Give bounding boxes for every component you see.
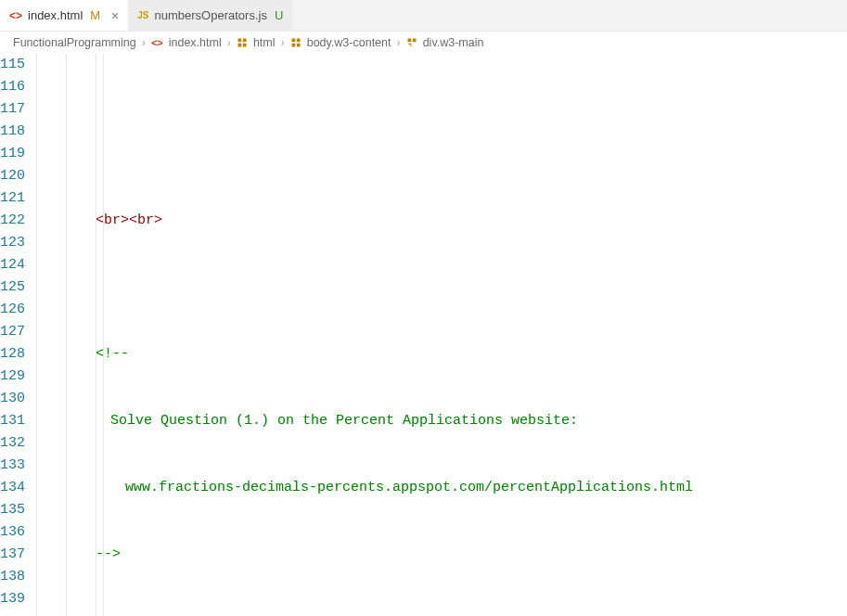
breadcrumb-node[interactable]: div.w3-main: [423, 36, 484, 49]
line-number: 133: [0, 455, 36, 477]
code-line: [36, 276, 847, 299]
line-number: 137: [0, 544, 36, 566]
tab-label: index.html: [28, 8, 83, 22]
git-status-u: U: [275, 8, 283, 22]
line-number: 124: [0, 254, 36, 276]
line-number: 116: [0, 76, 36, 98]
symbol-struct-icon: [237, 37, 248, 48]
line-number: 127: [0, 321, 36, 343]
line-number: 136: [0, 521, 36, 544]
tab-bar: <> index.html M × JS numbersOperators.js…: [0, 0, 847, 32]
html-file-icon: <>: [151, 37, 163, 48]
breadcrumb-node[interactable]: body.w3-content: [307, 36, 391, 49]
line-number: 129: [0, 366, 36, 388]
symbol-struct-icon: [290, 37, 302, 48]
line-number: 123: [0, 232, 36, 254]
line-number: 128: [0, 343, 36, 366]
line-number: 117: [0, 98, 36, 121]
line-number: 121: [0, 187, 36, 210]
tab-index-html[interactable]: <> index.html M ×: [0, 0, 128, 31]
breadcrumb-node[interactable]: html: [253, 36, 276, 49]
chevron-right-icon: ›: [396, 36, 400, 49]
line-number: 119: [0, 143, 36, 165]
line-number: 134: [0, 477, 36, 499]
line-number: 115: [0, 54, 36, 76]
line-number: 122: [0, 210, 36, 232]
close-icon[interactable]: ×: [111, 8, 119, 23]
chevron-right-icon: ›: [142, 36, 146, 49]
line-number-gutter: 1151161171181191201211221231241251261271…: [0, 54, 36, 616]
code-line: Solve Question (1.) on the Percent Appli…: [36, 410, 847, 432]
code-content[interactable]: <br><br> <!-- Solve Question (1.) on the…: [36, 54, 847, 616]
breadcrumb-root[interactable]: FunctionalProgramming: [13, 36, 136, 49]
line-number: 125: [0, 276, 36, 299]
line-number: 126: [0, 299, 36, 321]
line-number: 139: [0, 588, 36, 610]
code-editor[interactable]: 1151161171181191201211221231241251261271…: [0, 54, 847, 616]
code-line: <!--: [36, 343, 847, 366]
line-number: 132: [0, 432, 36, 455]
line-number: 118: [0, 121, 36, 143]
line-number: 120: [0, 165, 36, 187]
code-line: www.fractions-decimals-percents.appspot.…: [36, 477, 847, 499]
tab-numbers-operators-js[interactable]: JS numbersOperators.js U: [128, 0, 292, 31]
tab-label: numbersOperators.js: [155, 8, 267, 22]
line-number: 130: [0, 388, 36, 410]
symbol-struct-icon: [406, 37, 417, 48]
html-file-icon: <>: [9, 9, 22, 22]
chevron-right-icon: ›: [281, 36, 285, 49]
line-number: 131: [0, 410, 36, 432]
breadcrumb-file[interactable]: index.html: [169, 36, 222, 49]
line-number: 138: [0, 566, 36, 588]
breadcrumb[interactable]: FunctionalProgramming › <> index.html › …: [0, 32, 847, 54]
code-line: <p>: [36, 610, 847, 616]
line-number: 135: [0, 499, 36, 521]
code-line: -->: [36, 544, 847, 566]
git-status-m: M: [90, 8, 100, 22]
js-file-icon: JS: [137, 10, 148, 20]
chevron-right-icon: ›: [227, 36, 231, 49]
code-line: <br><br>: [36, 210, 847, 232]
